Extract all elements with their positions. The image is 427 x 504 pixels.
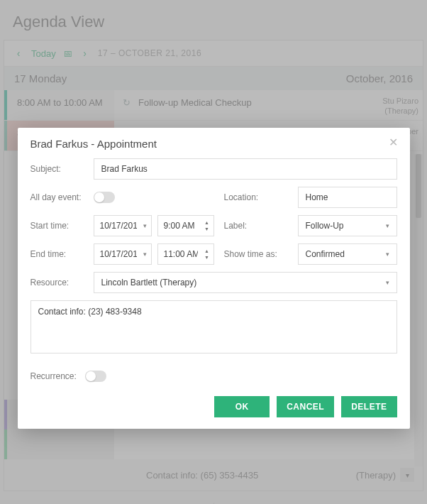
location-input[interactable] [298,187,397,208]
modal-overlay: Brad Farkus - Appointment ✕ Subject: All… [0,0,427,504]
end-time-label: End time: [30,249,84,259]
select-value: Confirmed [306,249,345,259]
start-time-label: Start time: [30,221,84,231]
showtimeas-label: Show time as: [224,249,288,259]
time-spinner[interactable]: ▲▼ [204,248,211,260]
close-icon[interactable]: ✕ [389,137,400,148]
select-value: Lincoln Bartlett (Therapy) [101,278,197,287]
date-value: 10/17/2016 [100,221,137,231]
delete-button[interactable]: DELETE [341,396,396,417]
date-value: 10/17/2016 [100,249,137,259]
all-day-label: All day event: [30,192,84,202]
time-value: 9:00 AM [164,221,198,231]
recurrence-label: Recurrence: [30,371,77,381]
appointment-dialog: Brad Farkus - Appointment ✕ Subject: All… [18,128,410,429]
subject-input[interactable] [94,158,397,180]
ok-button[interactable]: OK [214,396,270,417]
label-select[interactable]: Follow-Up ▾ [298,215,397,236]
notes-textarea[interactable] [30,300,397,354]
time-value: 11:00 AM [164,249,198,259]
select-value: Follow-Up [306,221,344,231]
chevron-down-icon: ▾ [386,251,389,258]
chevron-down-icon: ▾ [386,222,389,229]
recurrence-toggle[interactable] [85,371,106,382]
all-day-toggle[interactable] [94,192,115,203]
resource-label: Resource: [30,278,84,287]
chevron-down-icon: ▾ [143,251,147,258]
end-date-input[interactable]: 10/17/2016 ▾ [94,243,152,265]
chevron-down-icon: ▾ [386,279,389,286]
dialog-title: Brad Farkus - Appointment [30,138,397,158]
label-label: Label: [224,221,288,231]
start-time-input[interactable]: 9:00 AM ▲▼ [157,215,214,236]
end-time-input[interactable]: 11:00 AM ▲▼ [157,243,214,265]
resource-select[interactable]: Lincoln Bartlett (Therapy) ▾ [94,272,397,293]
cancel-button[interactable]: CANCEL [277,396,334,417]
start-date-input[interactable]: 10/17/2016 ▾ [94,215,152,236]
location-label: Location: [224,192,288,202]
showtimeas-select[interactable]: Confirmed ▾ [298,243,397,265]
chevron-down-icon: ▾ [143,222,147,229]
subject-label: Subject: [30,164,84,174]
time-spinner[interactable]: ▲▼ [204,220,211,231]
